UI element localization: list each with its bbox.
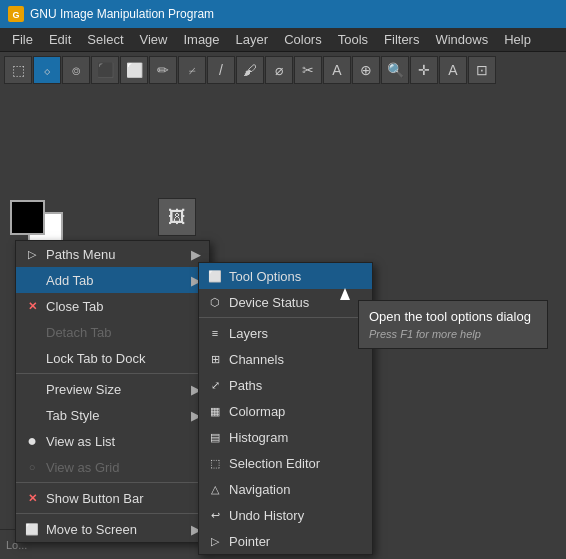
menu-item-detach-tab: Detach Tab [16, 319, 209, 345]
app-icon: G [8, 6, 24, 22]
paths-menu-label: Paths Menu [46, 247, 115, 262]
channels-label: Channels [229, 352, 284, 367]
separator-2 [16, 482, 209, 483]
device-status-icon: ⬡ [207, 294, 223, 310]
add-tab-icon [24, 272, 40, 288]
image-icon: 🖼 [158, 198, 196, 236]
tool-lasso[interactable]: ⌾ [62, 56, 90, 84]
tooltip-hint: Press F1 for more help [369, 328, 537, 340]
menu-item-navigation[interactable]: △ Navigation [199, 476, 372, 502]
show-button-icon: ✕ [24, 490, 40, 506]
tool-pencil[interactable]: ✏ [149, 56, 177, 84]
context-menu-2: ⬜ Tool Options ⬡ Device Status ≡ Layers … [198, 262, 373, 555]
selection-editor-label: Selection Editor [229, 456, 320, 471]
device-status-label: Device Status [229, 295, 309, 310]
tool-fill[interactable]: ⌀ [265, 56, 293, 84]
navigation-label: Navigation [229, 482, 290, 497]
tool-text[interactable]: A [323, 56, 351, 84]
tool-paint[interactable]: ⌿ [178, 56, 206, 84]
close-tab-label: Close Tab [46, 299, 104, 314]
paths-menu-arrow: ▶ [191, 247, 201, 262]
pointer-label: Pointer [229, 534, 270, 549]
detach-tab-label: Detach Tab [46, 325, 112, 340]
histogram-label: Histogram [229, 430, 288, 445]
tool-align[interactable]: A [439, 56, 467, 84]
menu-item-undo-history[interactable]: ↩ Undo History [199, 502, 372, 528]
move-screen-icon: ⬜ [24, 521, 40, 537]
menu-item-view-list[interactable]: ● View as List [16, 428, 209, 454]
menu-view[interactable]: View [132, 29, 176, 51]
tab-style-label: Tab Style [46, 408, 99, 423]
detach-tab-icon [24, 324, 40, 340]
menu-windows[interactable]: Windows [427, 29, 496, 51]
close-tab-icon: ✕ [24, 298, 40, 314]
menu-item-preview-size[interactable]: Preview Size ▶ [16, 376, 209, 402]
move-screen-label: Move to Screen [46, 522, 137, 537]
colormap-icon: ▦ [207, 403, 223, 419]
menu-tools[interactable]: Tools [330, 29, 376, 51]
paths-menu-icon: ▷ [24, 246, 40, 262]
menu-item-channels[interactable]: ⊞ Channels [199, 346, 372, 372]
tool-paths[interactable]: ⊡ [468, 56, 496, 84]
menu-colors[interactable]: Colors [276, 29, 330, 51]
menu-item-tab-style[interactable]: Tab Style ▶ [16, 402, 209, 428]
tooltip-panel: Open the tool options dialog Press F1 fo… [358, 300, 548, 349]
paths-icon: ⤢ [207, 377, 223, 393]
view-grid-label: View as Grid [46, 460, 119, 475]
mouse-cursor [340, 288, 350, 300]
preview-size-icon [24, 381, 40, 397]
lock-tab-label: Lock Tab to Dock [46, 351, 145, 366]
pointer-icon: ▷ [207, 533, 223, 549]
view-list-label: View as List [46, 434, 115, 449]
menu-help[interactable]: Help [496, 29, 539, 51]
layers-label: Layers [229, 326, 268, 341]
preview-size-label: Preview Size [46, 382, 121, 397]
menu-item-paths-menu[interactable]: ▷ Paths Menu ▶ [16, 241, 209, 267]
view-list-radio: ● [24, 433, 40, 449]
menu-item-view-grid: ○ View as Grid [16, 454, 209, 480]
menu-bar: File Edit Select View Image Layer Colors… [0, 28, 566, 52]
tool-zoom[interactable]: 🔍 [381, 56, 409, 84]
tool-select-color[interactable]: ⬜ [120, 56, 148, 84]
layers-icon: ≡ [207, 325, 223, 341]
app-title: GNU Image Manipulation Program [30, 7, 214, 21]
title-bar: G GNU Image Manipulation Program [0, 0, 566, 28]
menu-item-lock-tab[interactable]: Lock Tab to Dock [16, 345, 209, 371]
menu-item-paths[interactable]: ⤢ Paths [199, 372, 372, 398]
foreground-color[interactable] [10, 200, 45, 235]
menu-item-colormap[interactable]: ▦ Colormap [199, 398, 372, 424]
separator-1 [16, 373, 209, 374]
menu-layer[interactable]: Layer [228, 29, 277, 51]
tool-airbrush[interactable]: 🖌 [236, 56, 264, 84]
show-button-label: Show Button Bar [46, 491, 144, 506]
menu-item-pointer[interactable]: ▷ Pointer [199, 528, 372, 554]
selection-editor-icon: ⬚ [207, 455, 223, 471]
menu-item-close-tab[interactable]: ✕ Close Tab [16, 293, 209, 319]
tool-ellipse-select[interactable]: ⬦ [33, 56, 61, 84]
menu-item-histogram[interactable]: ▤ Histogram [199, 424, 372, 450]
colormap-label: Colormap [229, 404, 285, 419]
menu-item-tool-options[interactable]: ⬜ Tool Options [199, 263, 372, 289]
menu-select[interactable]: Select [79, 29, 131, 51]
menu-filters[interactable]: Filters [376, 29, 427, 51]
menu-edit[interactable]: Edit [41, 29, 79, 51]
tab-style-icon [24, 407, 40, 423]
undo-history-label: Undo History [229, 508, 304, 523]
tool-scissors[interactable]: ✂ [294, 56, 322, 84]
menu-item-add-tab[interactable]: Add Tab ▶ [16, 267, 209, 293]
tool-rect-select[interactable]: ⬚ [4, 56, 32, 84]
tool-fuzzy-select[interactable]: ⬛ [91, 56, 119, 84]
menu-item-move-screen[interactable]: ⬜ Move to Screen ▶ [16, 516, 209, 542]
tooltip-title: Open the tool options dialog [369, 309, 537, 324]
paths-label: Paths [229, 378, 262, 393]
tool-eraser[interactable]: / [207, 56, 235, 84]
menu-file[interactable]: File [4, 29, 41, 51]
histogram-icon: ▤ [207, 429, 223, 445]
menu-image[interactable]: Image [175, 29, 227, 51]
menu-item-layers[interactable]: ≡ Layers [199, 320, 372, 346]
menu-item-show-button[interactable]: ✕ Show Button Bar [16, 485, 209, 511]
navigation-icon: △ [207, 481, 223, 497]
menu-item-selection-editor[interactable]: ⬚ Selection Editor [199, 450, 372, 476]
tool-color-picker[interactable]: ⊕ [352, 56, 380, 84]
tool-move[interactable]: ✛ [410, 56, 438, 84]
